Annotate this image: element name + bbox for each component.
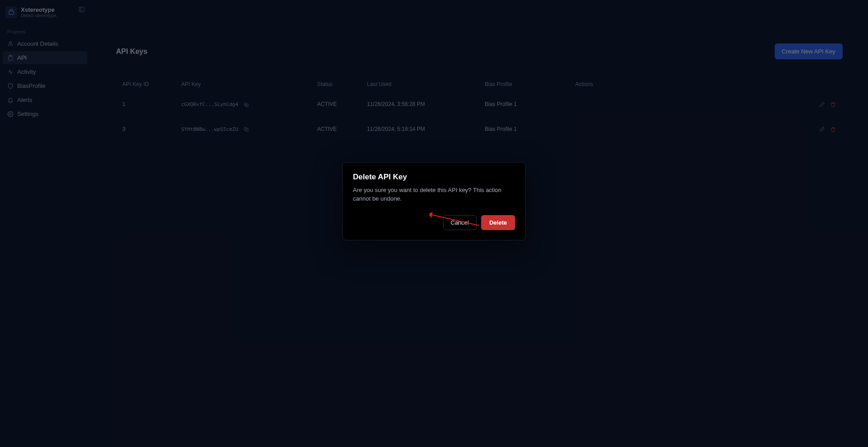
modal-overlay[interactable]: Delete API Key Are you sure you want to … <box>0 0 868 447</box>
modal-actions: Cancel Delete <box>353 215 515 230</box>
delete-api-key-modal: Delete API Key Are you sure you want to … <box>342 162 526 240</box>
modal-title: Delete API Key <box>353 173 515 182</box>
modal-body: Are you sure you want to delete this API… <box>353 186 515 203</box>
delete-button[interactable]: Delete <box>481 215 515 230</box>
app-root: Xstereotype Detect stereotype. Projects … <box>0 0 868 447</box>
cancel-button[interactable]: Cancel <box>443 215 477 230</box>
